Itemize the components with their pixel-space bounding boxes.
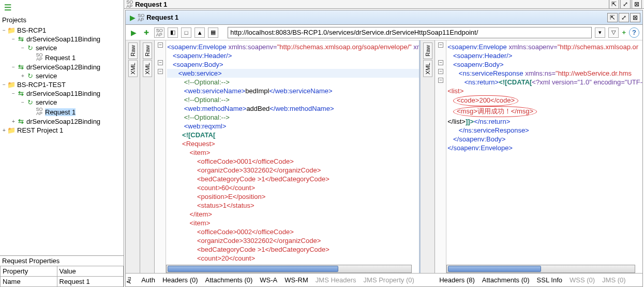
prop-name: Name	[1, 277, 57, 287]
tree-node[interactable]: −⇆drServiceSoap12Binding	[1, 63, 123, 71]
bottom-tab[interactable]: JMS (0)	[602, 276, 626, 284]
tree-node[interactable]: −⇆drServiceSoap11Binding	[1, 35, 123, 44]
raw-tab[interactable]: Raw	[423, 42, 432, 59]
inner-tab-title[interactable]: Request 1	[146, 13, 178, 21]
col-value: Value	[57, 266, 124, 277]
raw-tab[interactable]: Raw	[128, 42, 138, 59]
tree-node[interactable]: −↻service	[1, 44, 123, 52]
au-tab[interactable]: Au	[126, 277, 138, 283]
bottom-tab[interactable]: Attachments (0)	[205, 276, 253, 284]
projects-title: Projects	[0, 15, 124, 25]
inner-tab-strip: ▶ SOAP Request 1 ⇱ ⤢ ⊠	[126, 10, 642, 25]
bottom-tab[interactable]: Headers (8)	[439, 276, 475, 284]
prop-value: Request 1	[57, 277, 124, 287]
request-toolbar: ▶ ✚ SOAP ◧ □ ▲ ▦ ▾ ▽ + ?	[126, 25, 642, 40]
outer-tab-strip: SOAP Request 1 ⇱ ⤢ ⊠	[124, 0, 644, 9]
tool-grid[interactable]: ▦	[208, 27, 218, 38]
tree-node[interactable]: +📁REST Project 1	[1, 126, 123, 135]
hscrollbar[interactable]	[166, 265, 412, 273]
request-bottom-tabs: Au AuthHeaders (0)Attachments (0)WS-AWS-…	[126, 273, 434, 286]
response-vert-tabs: Raw XML	[421, 40, 435, 273]
fold-icon[interactable]: −	[438, 42, 443, 48]
bottom-left-tabs: AuthHeaders (0)Attachments (0)WS-AWS-RMJ…	[141, 276, 422, 284]
minimize-button[interactable]: ⇱	[609, 0, 619, 9]
raw-tab[interactable]: Raw	[143, 42, 152, 59]
menu-icon[interactable]: ☰	[0, 0, 124, 15]
fold-icon[interactable]: −	[158, 69, 163, 74]
tool-box[interactable]: □	[181, 27, 191, 38]
minimize-button[interactable]: ⇱	[607, 13, 618, 22]
tool-soap[interactable]: SOAP	[154, 27, 164, 38]
request-vert-tabs-inner: Raw XML	[140, 40, 155, 273]
bottom-tab[interactable]: JMS Headers	[316, 276, 356, 284]
request-vert-tabs-outer: Raw XML	[126, 40, 140, 273]
bottom-tab[interactable]: JMS Property (0)	[364, 276, 414, 284]
gutter: − − −	[155, 40, 166, 273]
xml-tab[interactable]: XML	[143, 60, 152, 77]
editor-split: Raw XML Raw XML − − − <soapenv:Envelope …	[126, 40, 642, 273]
add-button[interactable]: ✚	[144, 29, 149, 36]
request-properties-panel: Request Properties PropertyValue NameReq…	[0, 255, 124, 287]
add-endpoint-button[interactable]: +	[622, 28, 626, 36]
xml-tab[interactable]: XML	[128, 60, 138, 77]
tool-user[interactable]: ▲	[194, 27, 205, 38]
tree-node[interactable]: −↻service	[1, 98, 123, 107]
main-area: SOAP Request 1 ⇱ ⤢ ⊠ ▶ SOAP Request 1 ⇱ …	[124, 0, 644, 287]
tree-node[interactable]: −⇆drServiceSoap11Binding	[1, 89, 123, 98]
tool-clone[interactable]: ◧	[168, 27, 178, 38]
fold-icon[interactable]: −	[438, 69, 443, 74]
response-pane: Raw XML − − − − <soapenv:Envelope xmlns:…	[421, 40, 642, 273]
response-xml-viewer[interactable]: − − − − <soapenv:Envelope xmlns:soapenv=…	[435, 40, 642, 273]
bottom-tab[interactable]: WS-A	[260, 276, 277, 284]
fold-icon[interactable]: −	[158, 42, 163, 48]
bottom-right-tabs: Headers (8)Attachments (0)SSL InfoWSS (0…	[439, 276, 633, 284]
properties-table: PropertyValue NameRequest 1	[0, 266, 124, 287]
tree-node[interactable]: −📁BS-RCP1	[1, 26, 123, 35]
request-editor-window: ▶ SOAP Request 1 ⇱ ⤢ ⊠ ▶ ✚ SOAP ◧ □ ▲ ▦ …	[125, 10, 643, 287]
fold-icon[interactable]: −	[438, 78, 443, 83]
help-button[interactable]: ?	[629, 27, 639, 38]
bottom-tab[interactable]: Auth	[141, 276, 155, 284]
submit-button[interactable]: ▶	[131, 28, 137, 37]
request-pane: Raw XML Raw XML − − − <soapenv:Envelope …	[126, 40, 421, 273]
gutter: − − − −	[435, 40, 446, 273]
tree-node[interactable]: +↻service	[1, 71, 123, 80]
bottom-tab[interactable]: Headers (0)	[162, 276, 198, 284]
sidebar-panel: ☰ Projects −📁BS-RCP1−⇆drServiceSoap11Bin…	[0, 0, 124, 287]
soap-icon: SOAP	[138, 13, 144, 22]
tree-node[interactable]: SOAPRequest 1	[1, 107, 123, 117]
url-dropdown-button[interactable]: ▾	[595, 27, 605, 38]
tree-node[interactable]: +⇆drServiceSoap12Binding	[1, 117, 123, 126]
bottom-tab[interactable]: SSL Info	[537, 276, 562, 284]
endpoint-url-input[interactable]	[228, 27, 592, 38]
fold-icon[interactable]: −	[158, 60, 163, 65]
bottom-tab[interactable]: Attachments (0)	[482, 276, 530, 284]
soap-icon: SOAP	[126, 0, 133, 8]
bottom-tab[interactable]: WS-RM	[284, 276, 308, 284]
bottom-tabs-area: Au AuthHeaders (0)Attachments (0)WS-AWS-…	[126, 273, 642, 286]
request-properties-title: Request Properties	[0, 256, 124, 266]
tree-node[interactable]: SOAPRequest 1	[1, 52, 123, 63]
filter-button[interactable]: ▽	[608, 27, 619, 38]
bottom-tab[interactable]: WSS (0)	[570, 276, 595, 284]
xml-tab[interactable]: XML	[423, 60, 432, 77]
maximize-button[interactable]: ⤢	[620, 0, 631, 9]
response-bottom-tabs: Headers (8)Attachments (0)SSL InfoWSS (0…	[434, 273, 642, 286]
outer-tab-title[interactable]: Request 1	[135, 1, 167, 8]
col-property: Property	[1, 266, 57, 277]
request-xml-editor[interactable]: − − − <soapenv:Envelope xmlns:soapenv="h…	[155, 40, 419, 273]
fold-icon[interactable]: −	[438, 60, 443, 65]
hscrollbar[interactable]	[446, 265, 635, 273]
close-button[interactable]: ⊠	[632, 0, 642, 9]
project-tree[interactable]: −📁BS-RCP1−⇆drServiceSoap11Binding−↻servi…	[0, 25, 124, 255]
close-button[interactable]: ⊠	[630, 13, 640, 22]
play-icon[interactable]: ▶	[130, 13, 136, 22]
tree-node[interactable]: −📁BS-RCP1-TEST	[1, 80, 123, 89]
maximize-button[interactable]: ⤢	[619, 13, 629, 22]
